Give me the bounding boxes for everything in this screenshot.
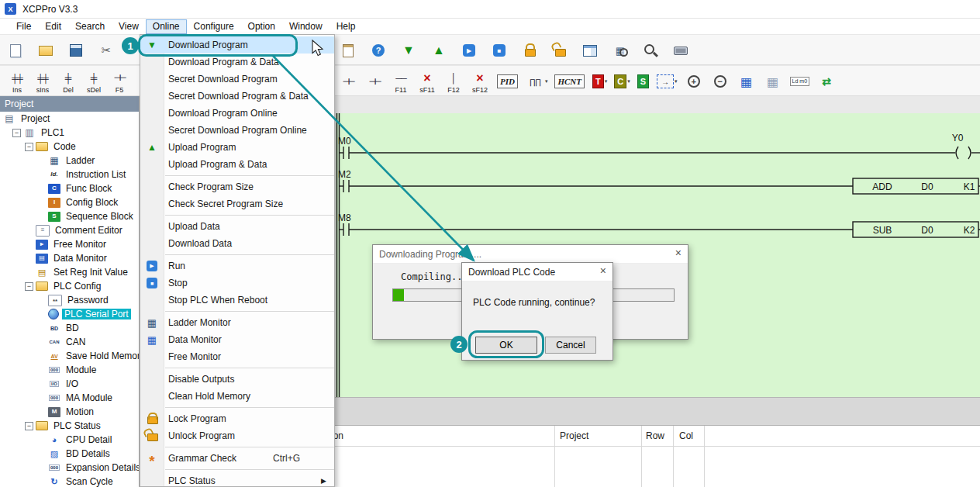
menu-item[interactable] <box>165 444 334 450</box>
tree-item[interactable]: Module <box>0 363 139 377</box>
toolbar-button[interactable]: ▾ <box>526 73 548 90</box>
menu-item[interactable] <box>165 467 334 472</box>
toolbar-button[interactable]: S <box>637 74 650 88</box>
tree-item[interactable]: Config Block <box>0 195 139 209</box>
menu-item[interactable] <box>165 212 334 218</box>
toolbar-button[interactable]: PID <box>497 74 519 88</box>
toolbar-button[interactable] <box>520 42 540 59</box>
toolbar-button[interactable] <box>711 73 730 90</box>
menu-item[interactable]: Download Program <box>140 36 334 54</box>
tree-item[interactable]: Save Hold Memory <box>0 349 139 363</box>
menubar-item[interactable]: Online <box>146 19 187 34</box>
menu-item[interactable]: Stop <box>140 275 334 292</box>
tree-item[interactable]: Project <box>0 112 139 126</box>
toolbar-button[interactable]: F5 <box>110 70 129 94</box>
tree-item[interactable]: Instruction List <box>0 168 139 181</box>
tree-item[interactable]: PLC Config <box>0 279 139 293</box>
menu-item[interactable]: Ladder Monitor <box>140 314 334 331</box>
toolbar-button[interactable] <box>685 73 704 90</box>
toolbar-button[interactable] <box>369 42 388 59</box>
toolbar-button[interactable] <box>581 42 600 59</box>
menu-item[interactable]: Secret Download Program Online <box>140 122 334 139</box>
menu-item[interactable]: Secret Download Program & Data <box>140 88 334 105</box>
toolbar-button[interactable] <box>67 42 86 59</box>
menu-item[interactable] <box>165 365 334 371</box>
tree-item[interactable]: Sequence Block <box>0 209 139 223</box>
menu-item[interactable]: Upload Program & Data <box>140 156 334 173</box>
tree-expander-icon[interactable] <box>25 282 33 291</box>
tree-item[interactable]: BD <box>0 321 139 335</box>
menu-item[interactable]: Check Secret Program Size <box>140 195 334 212</box>
tree-item[interactable]: PLC1 <box>0 126 139 140</box>
menu-item[interactable] <box>165 252 334 257</box>
menu-item[interactable] <box>165 173 334 178</box>
toolbar-button[interactable] <box>817 73 837 90</box>
menu-item[interactable]: Lock Program <box>140 410 334 427</box>
menu-item[interactable] <box>165 405 334 410</box>
menu-item[interactable]: Data Monitor <box>140 331 334 348</box>
tree-item[interactable]: Scan Cycle <box>0 475 139 487</box>
tree-item[interactable]: Data Monitor <box>0 251 139 265</box>
tree-item[interactable]: Password <box>0 293 139 307</box>
toolbar-button[interactable] <box>365 73 385 90</box>
menu-item[interactable]: Disable Outputs <box>140 371 334 388</box>
menubar-item[interactable]: Window <box>282 19 330 34</box>
tree-item[interactable]: Free Monitor <box>0 237 139 251</box>
close-icon[interactable]: × <box>600 264 606 277</box>
toolbar-button[interactable]: C ▾ <box>614 74 630 88</box>
column-header[interactable]: Col <box>679 430 693 441</box>
column-header[interactable]: Row <box>646 430 664 441</box>
toolbar-button[interactable] <box>764 73 783 90</box>
toolbar-button[interactable]: F11 <box>392 70 411 94</box>
menubar-item[interactable]: Configure <box>187 19 241 34</box>
menu-item[interactable]: PLC Status ▶ <box>140 472 334 487</box>
menu-item[interactable]: Check Program Size <box>140 178 334 195</box>
tree-item[interactable]: I/O <box>0 377 139 391</box>
dialog-titlebar[interactable]: Download PLC Code × <box>462 263 612 281</box>
menubar-item[interactable]: View <box>112 19 146 34</box>
toolbar-button[interactable]: Del <box>59 70 78 94</box>
tree-item[interactable]: PLC Status <box>0 419 139 433</box>
tree-item[interactable]: BD Details <box>0 447 139 461</box>
close-icon[interactable]: × <box>675 247 682 259</box>
toolbar-button[interactable]: sF12 <box>471 70 490 94</box>
menu-item[interactable]: Free Monitor <box>140 348 334 365</box>
menu-item[interactable]: Secret Download Program <box>140 71 334 88</box>
tree-item[interactable]: Func Block <box>0 181 139 195</box>
toolbar-button[interactable] <box>97 42 116 59</box>
toolbar-button[interactable] <box>611 42 630 59</box>
toolbar-button[interactable] <box>641 42 661 59</box>
menu-item[interactable]: Clean Hold Memory <box>140 388 334 405</box>
toolbar-button[interactable]: sDel <box>85 70 104 94</box>
toolbar-button[interactable]: Ld m0 <box>790 77 810 86</box>
toolbar-button[interactable]: HCNT <box>554 74 585 88</box>
menubar-item[interactable]: Search <box>68 19 112 34</box>
ok-button[interactable]: OK <box>475 337 537 354</box>
dropdown-caret-icon[interactable]: ▾ <box>675 78 678 85</box>
menubar-item[interactable]: File <box>9 19 38 34</box>
tree-expander-icon[interactable] <box>25 422 33 430</box>
toolbar-button[interactable] <box>430 42 449 59</box>
dialog-titlebar[interactable]: Downloading Program.... × <box>373 245 688 264</box>
toolbar-button[interactable] <box>671 42 691 59</box>
tree-item[interactable]: Motion <box>0 405 139 419</box>
toolbar-button[interactable] <box>6 42 26 59</box>
toolbar-button[interactable]: Ins <box>8 70 27 94</box>
menubar-item[interactable]: Edit <box>38 19 68 34</box>
menu-item[interactable]: Download Program Online <box>140 105 334 122</box>
menu-item[interactable] <box>165 309 334 314</box>
toolbar-button[interactable]: F12 <box>444 70 464 94</box>
toolbar-button[interactable] <box>460 42 479 59</box>
menu-item[interactable]: Stop PLC When Reboot <box>140 292 334 309</box>
cancel-button[interactable]: Cancel <box>545 337 596 354</box>
toolbar-button[interactable] <box>399 42 419 59</box>
tree-item[interactable]: Ladder <box>0 154 139 168</box>
dropdown-caret-icon[interactable]: ▾ <box>605 78 608 85</box>
dropdown-caret-icon[interactable]: ▾ <box>545 78 548 85</box>
menu-item[interactable]: Run <box>140 257 334 275</box>
toolbar-button[interactable] <box>490 42 509 59</box>
tree-item[interactable]: MA Module <box>0 391 139 405</box>
menu-item[interactable]: Unlock Program <box>140 427 334 444</box>
toolbar-button[interactable]: sIns <box>33 70 53 94</box>
tree-expander-icon[interactable] <box>25 143 33 151</box>
